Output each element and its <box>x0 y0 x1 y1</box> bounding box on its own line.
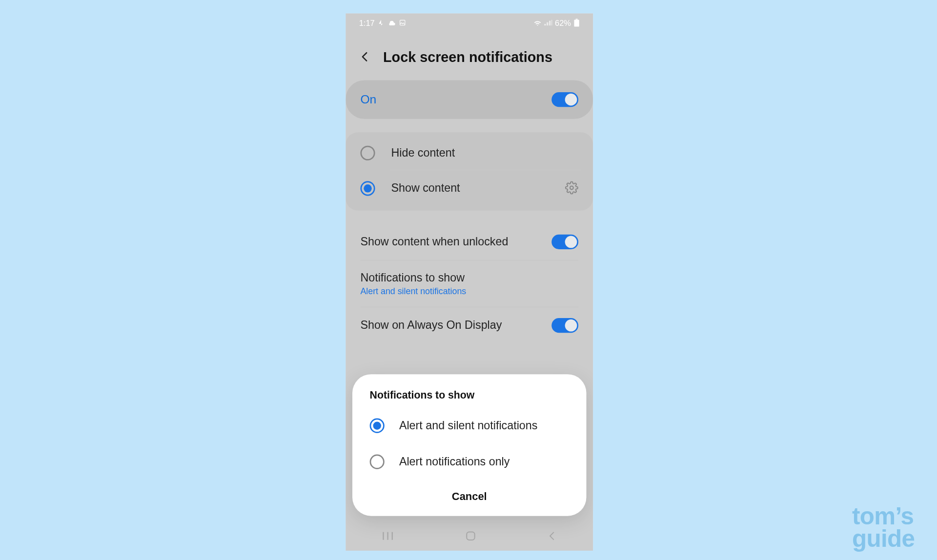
nav-home-icon[interactable] <box>465 530 477 544</box>
cloud-icon <box>388 19 396 28</box>
nav-recents-icon[interactable] <box>381 530 394 543</box>
row-title: Show content when unlocked <box>360 235 508 248</box>
watermark-line2: guide <box>852 528 915 549</box>
svg-rect-0 <box>400 20 405 25</box>
android-nav-bar <box>346 522 593 551</box>
master-toggle-label: On <box>360 93 376 107</box>
radio-icon <box>360 181 375 196</box>
content-visibility-group: Hide content Show content <box>346 132 593 210</box>
phone-frame: 1:17 62% L <box>346 13 593 550</box>
page-title: Lock screen notifications <box>383 49 552 65</box>
radio-icon <box>370 419 385 433</box>
row-always-on-display[interactable]: Show on Always On Display <box>346 307 593 343</box>
toggle-switch[interactable] <box>551 318 578 333</box>
svg-rect-7 <box>467 532 474 540</box>
gear-icon[interactable] <box>565 181 578 197</box>
watermark-logo: tom’s guide <box>852 506 915 549</box>
row-title: Show on Always On Display <box>360 319 502 332</box>
svg-rect-1 <box>574 20 579 26</box>
battery-pct: 62% <box>555 19 571 28</box>
radio-show-content[interactable]: Show content <box>346 170 593 206</box>
svg-point-3 <box>570 186 573 189</box>
modal-option-alert-silent[interactable]: Alert and silent notifications <box>352 408 587 444</box>
modal-option-label: Alert notifications only <box>399 455 510 468</box>
row-show-when-unlocked[interactable]: Show content when unlocked <box>346 224 593 260</box>
wifi-icon <box>533 19 541 28</box>
image-icon <box>399 19 406 28</box>
radio-icon <box>360 146 375 160</box>
modal-title: Notifications to show <box>352 389 587 407</box>
radio-icon <box>370 455 385 469</box>
notifications-modal: Notifications to show Alert and silent n… <box>352 374 587 516</box>
radio-hide-content[interactable]: Hide content <box>346 136 593 170</box>
svg-rect-2 <box>576 19 578 20</box>
master-toggle-switch[interactable] <box>551 92 578 107</box>
row-subtitle: Alert and silent notifications <box>360 286 466 296</box>
status-right: 62% <box>533 19 580 29</box>
status-left: 1:17 <box>359 19 406 28</box>
master-toggle-row[interactable]: On <box>346 80 593 119</box>
radio-label: Show content <box>391 182 524 195</box>
row-notifications-to-show[interactable]: Notifications to show Alert and silent n… <box>346 260 593 307</box>
battery-icon <box>573 19 579 29</box>
nav-back-icon[interactable] <box>547 530 558 543</box>
toggle-switch[interactable] <box>551 235 578 249</box>
signal-icon <box>544 19 552 28</box>
modal-option-label: Alert and silent notifications <box>399 419 538 432</box>
row-title: Notifications to show <box>360 271 466 284</box>
status-bar: 1:17 62% <box>346 13 593 33</box>
mute-icon <box>378 19 385 28</box>
back-icon[interactable] <box>359 50 371 64</box>
modal-option-alert-only[interactable]: Alert notifications only <box>352 444 587 480</box>
settings-list: Show content when unlocked Notifications… <box>346 224 593 343</box>
cancel-button[interactable]: Cancel <box>352 480 587 509</box>
radio-label: Hide content <box>391 146 578 160</box>
page-header: Lock screen notifications <box>346 34 593 80</box>
separator <box>544 180 545 198</box>
status-time: 1:17 <box>359 19 375 28</box>
